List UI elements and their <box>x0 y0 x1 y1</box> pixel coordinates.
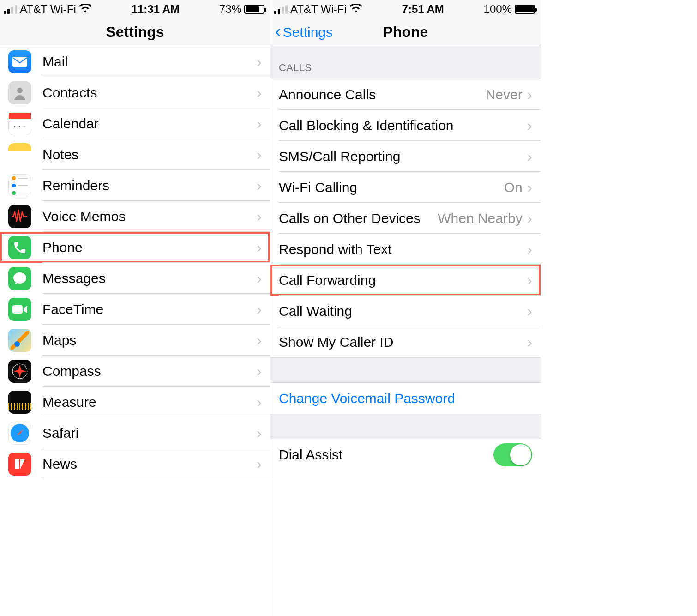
row-label: Contacts <box>42 85 257 101</box>
row-label: Notes <box>42 147 257 163</box>
row-label: Call Blocking & Identification <box>279 118 527 133</box>
chevron-right-icon: › <box>527 240 532 258</box>
row-label: Mail <box>42 54 257 70</box>
row-label: Show My Caller ID <box>279 334 527 350</box>
facetime-icon <box>8 298 31 321</box>
phone-row-callerid[interactable]: Show My Caller ID› <box>270 326 541 357</box>
settings-row-safari[interactable]: Safari› <box>0 417 270 448</box>
row-value: Never <box>486 87 523 103</box>
chevron-right-icon: › <box>257 84 262 102</box>
reminders-icon <box>8 174 31 197</box>
row-label: Call Waiting <box>279 303 527 319</box>
change-voicemail-password[interactable]: Change Voicemail Password <box>270 383 541 414</box>
settings-row-phone[interactable]: Phone› <box>0 232 270 263</box>
chevron-right-icon: › <box>527 116 532 134</box>
settings-row-messages[interactable]: Messages› <box>0 263 270 294</box>
notes-icon <box>8 143 31 166</box>
signal-icon <box>274 5 288 14</box>
row-label: Calls on Other Devices <box>279 211 438 226</box>
phone-row-wificalling[interactable]: Wi-Fi CallingOn› <box>270 172 541 203</box>
battery-icon <box>515 5 535 14</box>
back-button[interactable]: ‹ Settings <box>275 18 333 46</box>
phone-row-blocking[interactable]: Call Blocking & Identification› <box>270 110 541 141</box>
battery-percent: 100% <box>484 3 512 16</box>
settings-row-measure[interactable]: Measure› <box>0 387 270 417</box>
settings-row-reminders[interactable]: Reminders› <box>0 170 270 201</box>
row-label: Wi-Fi Calling <box>279 180 504 195</box>
row-label: Compass <box>42 363 257 379</box>
phone-row-respondtext[interactable]: Respond with Text› <box>270 234 541 265</box>
row-label: Reminders <box>42 178 257 193</box>
row-label: Safari <box>42 425 257 441</box>
chevron-right-icon: › <box>257 207 262 225</box>
status-time: 7:51 AM <box>402 3 444 16</box>
phone-settings-pane: AT&T Wi-Fi 7:51 AM 100% ‹ Settings Phone… <box>270 0 541 616</box>
phone-row-waiting[interactable]: Call Waiting› <box>270 296 541 326</box>
chevron-right-icon: › <box>257 393 262 411</box>
calendar-icon: • • • <box>8 112 31 135</box>
chevron-right-icon: › <box>527 209 532 227</box>
chevron-right-icon: › <box>257 53 262 71</box>
contacts-icon <box>8 81 31 104</box>
row-label: News <box>42 456 257 472</box>
svg-rect-0 <box>12 57 27 67</box>
dial-assist-toggle[interactable] <box>493 443 532 466</box>
section-gap <box>270 414 541 439</box>
chevron-right-icon: › <box>527 271 532 289</box>
row-label: Respond with Text <box>279 242 527 257</box>
measure-icon <box>8 391 31 414</box>
status-bar: AT&T Wi-Fi 11:31 AM 73% <box>0 0 270 18</box>
dial-assist-row[interactable]: Dial Assist <box>270 439 541 470</box>
row-value: When Nearby <box>438 211 522 226</box>
messages-icon <box>8 267 31 290</box>
svg-rect-2 <box>12 305 23 314</box>
carrier-label: AT&T Wi-Fi <box>290 3 347 16</box>
chevron-right-icon: › <box>257 300 262 318</box>
settings-row-voicememos[interactable]: Voice Memos› <box>0 201 270 232</box>
chevron-right-icon: › <box>527 333 532 351</box>
chevron-right-icon: › <box>257 424 262 442</box>
safari-icon <box>8 422 31 445</box>
settings-row-contacts[interactable]: Contacts› <box>0 77 270 108</box>
settings-list: Mail›Contacts›• • •Calendar›Notes›Remind… <box>0 46 270 479</box>
row-label: SMS/Call Reporting <box>279 149 527 164</box>
phone-row-otherdev[interactable]: Calls on Other DevicesWhen Nearby› <box>270 203 541 234</box>
calls-list: Announce CallsNever›Call Blocking & Iden… <box>270 79 541 357</box>
carrier-label: AT&T Wi-Fi <box>20 3 76 16</box>
page-title: Settings <box>106 24 164 41</box>
settings-row-calendar[interactable]: • • •Calendar› <box>0 108 270 139</box>
settings-row-maps[interactable]: Maps› <box>0 325 270 356</box>
row-label: FaceTime <box>42 302 257 317</box>
row-label: Maps <box>42 332 257 348</box>
wifi-icon <box>349 2 362 17</box>
chevron-right-icon: › <box>257 145 262 163</box>
settings-row-notes[interactable]: Notes› <box>0 139 270 170</box>
maps-icon <box>8 329 31 352</box>
chevron-right-icon: › <box>527 147 532 165</box>
row-label: Measure <box>42 394 257 410</box>
back-label: Settings <box>283 24 333 40</box>
svg-point-3 <box>14 341 20 347</box>
chevron-right-icon: › <box>527 178 532 196</box>
section-header-calls: Calls <box>270 46 541 79</box>
row-label: Announce Calls <box>279 87 486 103</box>
row-label: Dial Assist <box>279 447 493 463</box>
wifi-icon <box>79 2 92 17</box>
row-label: Messages <box>42 271 257 286</box>
settings-row-facetime[interactable]: FaceTime› <box>0 294 270 325</box>
nav-bar: Settings <box>0 18 270 46</box>
phone-row-forwarding[interactable]: Call Forwarding› <box>270 265 541 296</box>
phone-row-smsreport[interactable]: SMS/Call Reporting› <box>270 141 541 172</box>
settings-row-news[interactable]: News› <box>0 448 270 479</box>
settings-row-mail[interactable]: Mail› <box>0 46 270 77</box>
mail-icon <box>8 50 31 73</box>
phone-row-announce[interactable]: Announce CallsNever› <box>270 79 541 110</box>
status-time: 11:31 AM <box>132 3 180 16</box>
voicememos-icon <box>8 205 31 228</box>
settings-row-compass[interactable]: Compass› <box>0 356 270 387</box>
link-label: Change Voicemail Password <box>279 391 532 406</box>
chevron-right-icon: › <box>257 269 262 287</box>
battery-percent: 73% <box>219 3 241 16</box>
row-label: Calendar <box>42 116 257 132</box>
section-gap <box>270 357 541 383</box>
